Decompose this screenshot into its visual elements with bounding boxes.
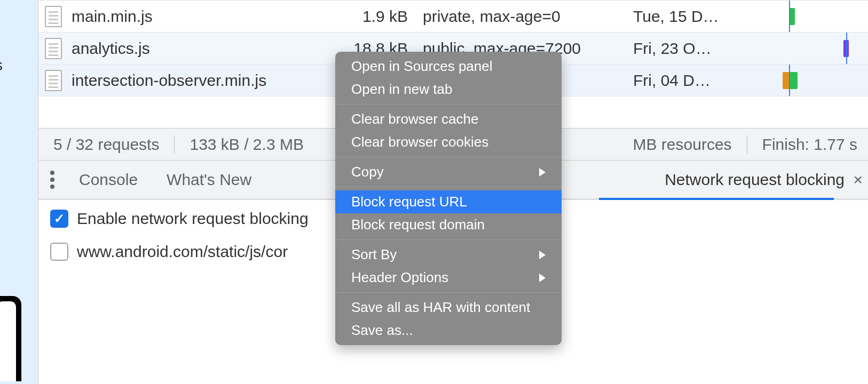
left-gutter: s <box>0 0 38 384</box>
more-icon[interactable] <box>50 178 54 182</box>
menu-separator <box>335 187 562 187</box>
menu-separator <box>335 239 562 240</box>
file-icon <box>45 6 62 27</box>
request-name: intersection-observer.min.js <box>72 71 266 90</box>
menu-open-sources[interactable]: Open in Sources panel <box>335 55 562 78</box>
menu-sort-by[interactable]: Sort By <box>335 243 562 266</box>
separator <box>747 135 747 154</box>
waterfall-cell <box>746 33 868 64</box>
waterfall-line <box>846 33 847 64</box>
checkbox-unchecked-icon[interactable] <box>50 243 68 261</box>
menu-header-options[interactable]: Header Options <box>335 266 562 289</box>
summary-finish: Finish: 1.77 s <box>762 135 868 154</box>
separator <box>174 135 175 154</box>
waterfall-line <box>789 65 790 96</box>
menu-copy[interactable]: Copy <box>335 161 562 183</box>
tab-whats-new[interactable]: What's New <box>167 171 251 189</box>
request-date: Fri, 23 O… <box>629 39 746 58</box>
cutoff-text: s <box>0 56 3 74</box>
menu-save-har[interactable]: Save all as HAR with content <box>335 296 562 319</box>
menu-clear-cookies[interactable]: Clear browser cookies <box>335 131 562 154</box>
table-row[interactable]: main.min.js 1.9 kB private, max-age=0 Tu… <box>38 1 868 33</box>
waterfall-cell <box>746 1 868 32</box>
tab-console[interactable]: Console <box>79 171 138 189</box>
waterfall-line <box>789 1 790 32</box>
menu-separator <box>335 292 562 293</box>
request-date: Tue, 15 D… <box>629 7 746 26</box>
device-preview-corner <box>0 296 21 381</box>
blocking-pattern-text: www.android.com/static/js/cor <box>77 243 288 261</box>
request-name: main.min.js <box>72 7 153 26</box>
menu-save-as[interactable]: Save as... <box>335 319 562 342</box>
waterfall-bar <box>790 72 798 89</box>
request-cache: private, max-age=0 <box>417 7 629 26</box>
menu-open-new-tab[interactable]: Open in new tab <box>335 78 562 101</box>
submenu-arrow-icon <box>539 251 546 259</box>
request-date: Fri, 04 D… <box>629 71 746 90</box>
request-size: 1.9 kB <box>315 7 417 26</box>
file-icon <box>45 38 62 59</box>
active-tab-indicator <box>599 198 834 200</box>
submenu-arrow-icon <box>539 274 546 282</box>
menu-block-domain[interactable]: Block request domain <box>335 213 562 236</box>
close-icon[interactable]: × <box>853 171 863 189</box>
context-menu: Open in Sources panel Open in new tab Cl… <box>335 52 562 345</box>
menu-clear-cache[interactable]: Clear browser cache <box>335 108 562 131</box>
menu-separator <box>335 104 562 105</box>
waterfall-cell <box>746 65 868 96</box>
summary-transferred: 133 kB / 2.3 MB <box>190 135 303 154</box>
summary-resources: MB resources <box>633 135 732 154</box>
checkbox-checked-icon[interactable]: ✓ <box>50 210 68 228</box>
submenu-arrow-icon <box>539 168 546 177</box>
file-icon <box>45 70 62 91</box>
tab-network-request-blocking[interactable]: Network request blocking <box>665 171 845 189</box>
enable-blocking-label: Enable network request blocking <box>77 210 309 228</box>
menu-block-url[interactable]: Block request URL <box>335 190 562 213</box>
menu-separator <box>335 157 562 157</box>
request-name: analytics.js <box>72 39 150 58</box>
summary-requests: 5 / 32 requests <box>53 135 159 154</box>
